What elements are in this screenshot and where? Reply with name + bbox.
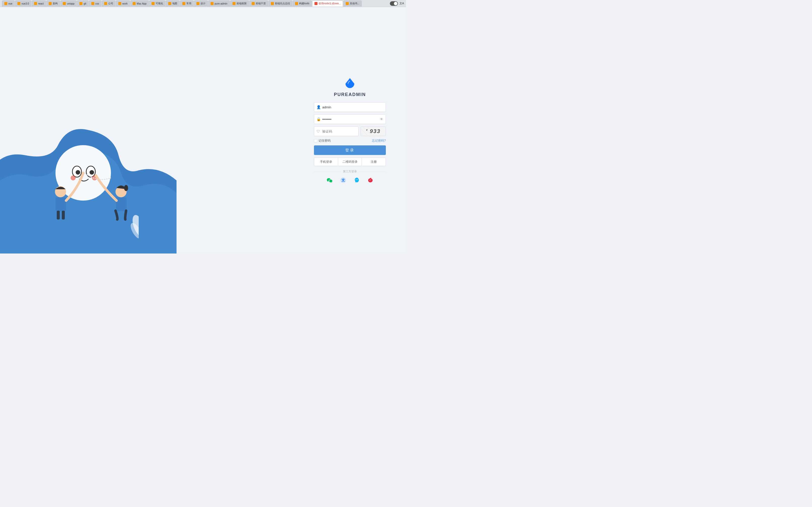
tab-pureAdmin[interactable]: pure-admin (208, 1, 230, 7)
logo-area: PUREADMIN (334, 76, 366, 97)
tab-swagger[interactable]: 使用node生成swa... (312, 1, 343, 7)
register-button[interactable]: 注册 (362, 158, 386, 166)
tab-icon (4, 2, 7, 5)
tab-bar: vue vue3.0 react 架构 uniapp git css 公司 (2, 0, 389, 7)
tab-css[interactable]: css (89, 1, 101, 7)
captcha-image[interactable]: ' 933 (361, 126, 386, 136)
tab-gojian[interactable]: 构建tools (293, 1, 312, 7)
divider-row: 第三方登录 (314, 170, 386, 173)
captcha-code: ' 933 (366, 128, 380, 134)
divider-left (314, 171, 341, 172)
tab-ditu[interactable]: 地图 (166, 1, 180, 7)
svg-point-12 (124, 185, 128, 191)
browser-controls: 文A (390, 1, 404, 6)
tab-icon (80, 2, 83, 5)
tab-icon (91, 2, 94, 5)
shield-icon: 🛡 (316, 129, 320, 133)
password-input[interactable] (314, 114, 386, 124)
tab-git[interactable]: git (77, 1, 89, 7)
tab-qianduan[interactable]: 前端权限 (230, 1, 249, 7)
wechat-icon[interactable] (325, 176, 334, 184)
captcha-input-wrapper: 🛡 (314, 126, 359, 136)
password-wrapper: 🔒 👁 (314, 114, 386, 124)
tab-changyong[interactable]: 常用 (180, 1, 194, 7)
weibo-icon[interactable] (366, 176, 375, 184)
language-button[interactable]: 文A (399, 2, 404, 5)
captcha-input[interactable] (314, 126, 359, 136)
svg-point-20 (356, 179, 356, 180)
remember-checkbox[interactable] (314, 139, 317, 143)
tab-icon (63, 2, 66, 5)
qr-login-button[interactable]: 二维码登录 (338, 158, 362, 166)
tab-icon (104, 2, 107, 5)
svg-point-21 (357, 179, 358, 180)
svg-text:支: 支 (341, 178, 345, 182)
eye-icon[interactable]: 👁 (380, 117, 383, 121)
tab-icon (152, 2, 155, 5)
tab-icon (295, 2, 298, 5)
remember-row: 记住密码 忘记密码? (314, 138, 386, 143)
tab-react[interactable]: react (32, 1, 46, 7)
tab-icon (118, 2, 121, 5)
tab-vue[interactable]: vue (2, 1, 15, 7)
tab-macapp[interactable]: Mac App (131, 1, 149, 7)
remember-label[interactable]: 记住密码 (314, 138, 331, 143)
phone-login-button[interactable]: 手机登录 (314, 158, 338, 166)
tab-vue3[interactable]: vue3.0 (15, 1, 31, 7)
tab-icon (182, 2, 185, 5)
tab-icon (49, 2, 52, 5)
tab-icon (346, 2, 349, 5)
svg-point-23 (370, 180, 371, 180)
captcha-row: 🛡 ' 933 (314, 126, 386, 136)
svg-point-22 (369, 180, 370, 180)
svg-rect-8 (55, 197, 66, 211)
alipay-icon[interactable]: 支 (339, 176, 348, 184)
third-party-label: 第三方登录 (343, 170, 357, 173)
illustration (13, 132, 139, 238)
social-icons: 支 (325, 176, 375, 184)
remember-text: 记住密码 (318, 138, 331, 143)
username-wrapper: 👤 (314, 102, 386, 112)
tab-gongsi[interactable]: 公司 (102, 1, 115, 7)
tab-icon (252, 2, 255, 5)
tab-kevisualize[interactable]: 可视化 (149, 1, 165, 7)
tab-icon (314, 2, 317, 5)
tab-icon (168, 2, 171, 5)
tab-qianduan3[interactable]: 前端坑点总结 (268, 1, 292, 7)
tab-icon (34, 2, 37, 5)
login-button[interactable]: 登录 (314, 146, 386, 155)
tab-icon (211, 2, 214, 5)
left-area (0, 7, 264, 253)
tab-icon (233, 2, 236, 5)
tab-icon (271, 2, 274, 5)
tab-icon (17, 2, 20, 5)
svg-point-5 (70, 175, 75, 180)
tab-icon (196, 2, 199, 5)
svg-rect-10 (62, 211, 65, 220)
page-content: PUREADMIN 👤 🔒 👁 🛡 ' 9 (0, 7, 406, 253)
tab-work[interactable]: work (116, 1, 130, 7)
lock-icon: 🔒 (316, 117, 321, 121)
tab-sheji[interactable]: 设计 (194, 1, 208, 7)
browser-bar: vue vue3.0 react 架构 uniapp git css 公司 (0, 0, 406, 7)
secondary-buttons: 手机登录 二维码登录 注册 (314, 158, 386, 166)
divider-right (359, 171, 386, 172)
username-input[interactable] (314, 102, 386, 112)
login-form: 👤 🔒 👁 🛡 ' 933 (314, 102, 386, 184)
forgot-password-link[interactable]: 忘记密码? (372, 138, 386, 143)
logo-text: PUREADMIN (334, 92, 366, 97)
svg-rect-9 (57, 211, 60, 220)
qq-icon[interactable] (353, 176, 361, 184)
svg-rect-13 (116, 197, 126, 211)
tab-qianduan2[interactable]: 前端干货 (249, 1, 268, 7)
svg-point-4 (90, 170, 94, 175)
tab-uniapp[interactable]: uniapp (60, 1, 77, 7)
third-party-section: 第三方登录 支 (314, 170, 386, 184)
svg-point-3 (75, 170, 80, 175)
tab-icon (133, 2, 136, 5)
logo-icon (343, 76, 357, 90)
user-icon: 👤 (316, 105, 321, 109)
tab-jiagou[interactable]: 架构 (46, 1, 60, 7)
tab-others[interactable]: 其他书... (344, 1, 362, 7)
dark-mode-toggle[interactable] (390, 1, 398, 6)
